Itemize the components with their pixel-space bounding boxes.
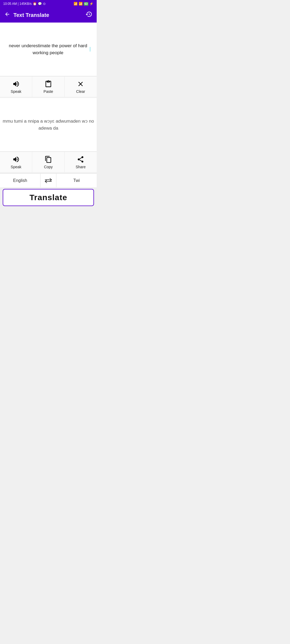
output-speak-icon bbox=[12, 156, 20, 163]
battery-label: 63 bbox=[84, 2, 88, 6]
input-speak-label: Speak bbox=[11, 89, 21, 94]
output-speak-button[interactable]: Speak bbox=[0, 152, 32, 172]
share-icon bbox=[77, 156, 84, 163]
language-swap-button[interactable] bbox=[40, 174, 56, 187]
paste-button[interactable]: Paste bbox=[32, 76, 64, 97]
back-button[interactable] bbox=[4, 11, 10, 19]
copy-label: Copy bbox=[44, 165, 53, 169]
status-bar: 10:05 AM | 145KB/s ⏰ 💬 ⊙ 📶 📶 63 ⚡ bbox=[0, 0, 97, 8]
clear-button[interactable]: Clear bbox=[65, 76, 97, 97]
status-right: 📶 📶 63 ⚡ bbox=[74, 2, 93, 6]
text-cursor bbox=[90, 47, 90, 52]
input-section: never underestimate the power of hard wo… bbox=[0, 23, 97, 76]
copy-button[interactable]: Copy bbox=[32, 152, 64, 172]
input-speak-button[interactable]: Speak bbox=[0, 76, 32, 97]
output-section: mmu tumi a nnipa a wɔyɛ adwumaden wɔ no … bbox=[0, 98, 97, 152]
datasaver-icon: ⊙ bbox=[43, 2, 46, 6]
output-action-row: Speak Copy Share bbox=[0, 152, 97, 172]
alarm-icon: ⏰ bbox=[33, 2, 37, 6]
signal-icon: 📶 bbox=[74, 2, 78, 6]
output-text-content: mmu tumi a nnipa a wɔyɛ adwumaden wɔ no … bbox=[2, 118, 95, 131]
language-bar: English Twi bbox=[0, 173, 97, 187]
page-title: Text Translate bbox=[13, 12, 85, 18]
target-language-button[interactable]: Twi bbox=[56, 174, 97, 187]
status-left: 10:05 AM | 145KB/s ⏰ 💬 ⊙ bbox=[3, 2, 46, 6]
time-label: 10:05 AM | 145KB/s bbox=[3, 2, 32, 6]
app-bar: Text Translate bbox=[0, 8, 97, 23]
source-language-label: English bbox=[13, 178, 27, 183]
input-action-row: Speak Paste Clear bbox=[0, 76, 97, 97]
whatsapp-icon: 💬 bbox=[38, 2, 42, 6]
clear-icon bbox=[77, 80, 84, 88]
share-label: Share bbox=[76, 165, 86, 169]
share-button[interactable]: Share bbox=[65, 152, 97, 172]
speak-icon bbox=[12, 80, 20, 88]
paste-icon bbox=[45, 80, 52, 88]
output-speak-label: Speak bbox=[11, 165, 21, 169]
clear-label: Clear bbox=[76, 89, 85, 94]
history-button[interactable] bbox=[85, 11, 92, 19]
source-language-button[interactable]: English bbox=[0, 174, 40, 187]
charge-icon: ⚡ bbox=[89, 2, 93, 6]
input-text-display[interactable]: never underestimate the power of hard wo… bbox=[4, 27, 92, 72]
wifi-icon: 📶 bbox=[79, 2, 83, 6]
paste-label: Paste bbox=[44, 89, 53, 94]
input-text-content: never underestimate the power of hard wo… bbox=[6, 42, 90, 56]
translate-button[interactable]: Translate bbox=[3, 189, 94, 206]
output-text-display: mmu tumi a nnipa a wɔyɛ adwumaden wɔ no … bbox=[0, 98, 97, 151]
copy-icon bbox=[45, 156, 52, 163]
target-language-label: Twi bbox=[73, 178, 80, 183]
